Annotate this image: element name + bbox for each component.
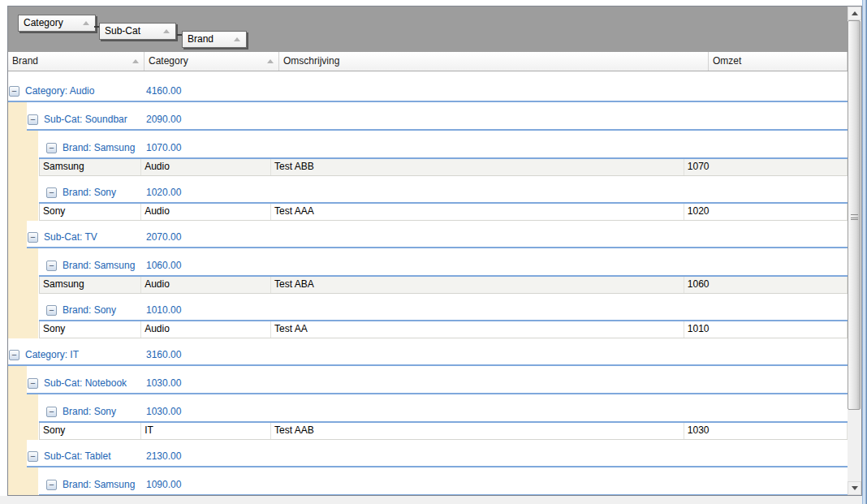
group-summary-value: 1010.00 — [146, 304, 181, 316]
table-row[interactable]: SamsungAudioTest ABB1070 — [39, 159, 848, 176]
group-row-label: Brand: Sony — [63, 304, 116, 316]
group-row-label: Sub-Cat: Notebook — [44, 377, 127, 389]
group-row[interactable]: −Brand: Samsung1090.00 — [39, 475, 848, 495]
collapse-button[interactable]: − — [46, 480, 57, 490]
group-field-brand[interactable]: Brand — [182, 31, 247, 48]
group-summary-value: 4160.00 — [146, 85, 181, 97]
table-cell-category: Audio — [141, 159, 271, 175]
table-cell-omschrijving: Test ABB — [271, 159, 684, 175]
application-window: −Category: Audio4160.00−Sub-Cat: Soundba… — [0, 0, 867, 504]
sort-ascending-icon — [267, 59, 274, 63]
indent-strip-level2 — [27, 159, 38, 176]
table-row[interactable]: SamsungAudioTest ABA1060 — [39, 277, 848, 294]
table-cell-brand: Samsung — [40, 159, 141, 175]
group-row[interactable]: −Sub-Cat: Soundbar2090.00 — [27, 110, 848, 131]
group-row-label: Brand: Samsung — [63, 479, 135, 490]
vertical-scrollbar[interactable] — [848, 6, 861, 495]
group-row-label: Brand: Sony — [63, 187, 116, 198]
scroll-up-icon — [852, 11, 858, 15]
collapse-button[interactable]: − — [46, 143, 57, 153]
indent-strip-level2 — [27, 131, 38, 159]
column-header-brand[interactable]: Brand — [8, 52, 144, 71]
table-row[interactable]: SonyAudioTest AAA1020 — [39, 204, 848, 221]
column-header-omzet[interactable]: Omzet — [709, 52, 848, 71]
group-row[interactable]: −Brand: Sony1030.00 — [39, 402, 848, 423]
group-summary-value: 3160.00 — [146, 349, 181, 360]
indent-strip-level1 — [8, 467, 27, 495]
group-row-label: Sub-Cat: TV — [44, 231, 97, 243]
group-field-category[interactable]: Category — [18, 15, 96, 32]
indent-strip-level1 — [8, 423, 27, 440]
group-summary-value: 2070.00 — [146, 231, 181, 243]
group-row[interactable]: −Brand: Sony1020.00 — [39, 183, 848, 204]
collapse-button[interactable]: − — [46, 261, 57, 271]
indent-strip-level1 — [8, 277, 27, 294]
sort-ascending-icon — [234, 37, 240, 41]
indent-strip-level1 — [8, 321, 27, 338]
collapse-button[interactable]: − — [28, 378, 38, 389]
group-field-sub-cat[interactable]: Sub-Cat — [99, 23, 176, 40]
group-row[interactable]: −Brand: Samsung1070.00 — [39, 138, 848, 159]
indent-strip-level1 — [8, 221, 27, 248]
scrollbar-thumb[interactable] — [848, 20, 861, 410]
indent-strip-level1 — [8, 102, 27, 131]
group-summary-value: 2130.00 — [146, 450, 181, 462]
indent-strip-level2 — [27, 248, 38, 277]
column-header-category[interactable]: Category — [144, 52, 279, 71]
group-row[interactable]: −Sub-Cat: TV2070.00 — [27, 227, 848, 248]
group-row[interactable]: −Sub-Cat: Notebook1030.00 — [27, 373, 848, 394]
table-cell-omschrijving: Test AAB — [271, 423, 684, 439]
indent-strip-level1 — [8, 204, 27, 221]
group-row-label: Category: Audio — [25, 85, 94, 97]
group-summary-value: 2090.00 — [146, 114, 181, 125]
table-cell-category: Audio — [141, 277, 271, 293]
group-row[interactable]: −Sub-Cat: Tablet2130.00 — [27, 446, 848, 467]
group-row-label: Brand: Sony — [63, 406, 116, 417]
group-summary-value: 1090.00 — [146, 479, 181, 490]
collapse-button[interactable]: − — [28, 451, 38, 462]
form-bottom-strip — [0, 496, 862, 504]
table-cell-brand: Sony — [40, 204, 141, 220]
collapse-button[interactable]: − — [9, 86, 19, 97]
indent-strip-level2 — [27, 204, 38, 221]
table-cell-brand: Sony — [40, 423, 141, 439]
scroll-up-button[interactable] — [848, 6, 861, 20]
sort-ascending-icon — [163, 29, 170, 33]
table-cell-brand: Sony — [40, 321, 141, 338]
table-cell-omzet: 1060 — [684, 277, 848, 293]
collapse-button[interactable]: − — [46, 187, 57, 198]
collapse-button[interactable]: − — [46, 305, 57, 316]
group-field-label: Brand — [188, 33, 214, 45]
indent-strip-level1 — [8, 394, 27, 423]
collapse-button[interactable]: − — [28, 114, 38, 125]
indent-strip-level1 — [8, 159, 27, 176]
scrollbar-grip-icon — [851, 214, 858, 220]
collapse-button[interactable]: − — [9, 350, 19, 360]
collapse-button[interactable]: − — [46, 407, 57, 417]
table-row[interactable]: SonyITTest AAB1030 — [39, 423, 848, 440]
table-cell-omzet: 1010 — [684, 321, 848, 338]
column-header-omschrijving[interactable]: Omschrijving — [279, 52, 709, 71]
scroll-down-button[interactable] — [848, 481, 861, 495]
group-row[interactable]: −Category: Audio4160.00 — [8, 81, 848, 102]
scroll-down-icon — [852, 486, 858, 490]
group-row-label: Brand: Samsung — [63, 142, 135, 153]
table-cell-omschrijving: Test AA — [271, 321, 684, 338]
indent-strip-level2 — [27, 394, 38, 423]
group-row[interactable]: −Brand: Sony1010.00 — [39, 300, 848, 321]
group-row[interactable]: −Brand: Samsung1060.00 — [39, 256, 848, 277]
group-field-label: Sub-Cat — [105, 25, 140, 37]
table-cell-brand: Samsung — [40, 277, 141, 293]
table-cell-omzet: 1020 — [684, 204, 848, 220]
group-summary-value: 1070.00 — [146, 142, 181, 153]
indent-strip-level2 — [27, 423, 38, 440]
group-summary-value: 1030.00 — [146, 377, 181, 389]
group-row[interactable]: −Category: IT3160.00 — [8, 345, 848, 366]
table-cell-category: IT — [141, 423, 271, 439]
table-cell-omzet: 1070 — [684, 159, 848, 175]
collapse-button[interactable]: − — [28, 232, 38, 243]
grid-rows-area: −Category: Audio4160.00−Sub-Cat: Soundba… — [8, 6, 848, 495]
table-row[interactable]: SonyAudioTest AA1010 — [39, 321, 848, 338]
column-header-label: Omschrijving — [283, 55, 339, 67]
table-cell-omzet: 1030 — [684, 423, 848, 439]
